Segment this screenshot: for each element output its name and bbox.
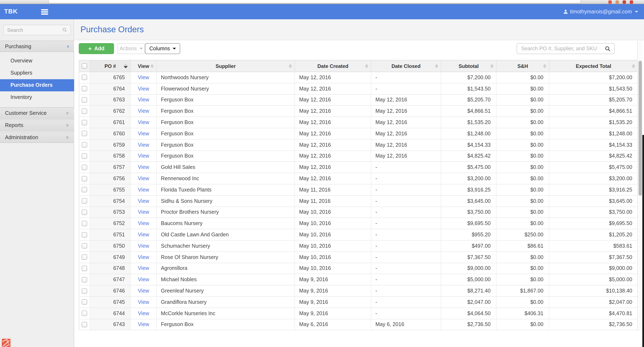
date-closed-cell: - [371,218,441,229]
view-cell: View [130,184,156,196]
debugbar-toggle-icon[interactable] [0,337,11,347]
expected-total-cell: $583.61 [549,240,638,252]
hamburger-menu-icon[interactable] [41,9,48,16]
view-link[interactable]: View [138,198,149,204]
subtotal-cell: $955.20 [441,229,496,240]
date-closed-cell: - [371,263,441,274]
sh-cell: $0.00 [496,83,549,94]
row-checkbox[interactable] [82,254,87,260]
sidebar-section-reports[interactable]: Reports» [0,120,74,131]
sidebar-item-purchase-orders[interactable]: Purchase Orders [0,79,74,91]
sidebar-section-label: Administration [5,134,38,140]
view-link[interactable]: View [138,221,149,226]
table-search-input[interactable]: Search PO #, Supplier, and SKU [516,43,615,54]
column-header-subtotal[interactable]: Subtotal [441,60,496,72]
date-created-cell: May 12, 2016 [295,128,371,139]
extension-icon[interactable] [623,0,626,4]
columns-dropdown-button[interactable]: Columns [145,43,180,54]
row-checkbox[interactable] [82,198,87,204]
row-checkbox[interactable] [82,120,87,125]
view-link[interactable]: View [138,120,149,125]
actions-dropdown-button[interactable]: Actions [117,43,145,54]
po-cell: 6749 [90,252,130,263]
view-link[interactable]: View [138,322,149,328]
view-link[interactable]: View [138,74,149,80]
extension-icon[interactable] [630,0,633,4]
row-checkbox[interactable] [82,210,87,215]
row-checkbox[interactable] [82,97,87,103]
row-checkbox[interactable] [82,322,87,327]
row-select-cell [79,206,90,218]
view-link[interactable]: View [138,254,149,260]
row-checkbox[interactable] [82,165,87,170]
extension-icon[interactable] [616,0,619,4]
browser-address-bar[interactable] [48,0,581,3]
add-button[interactable]: +Add [79,43,114,54]
row-checkbox[interactable] [82,86,87,91]
view-link[interactable]: View [138,232,149,238]
subtotal-cell: $4,154.33 [441,139,496,151]
sidebar-item-suppliers[interactable]: Suppliers [0,67,74,79]
column-header-label: S&H [518,63,528,69]
sidebar-section-customer-service[interactable]: Customer Service» [0,107,74,118]
sidebar-item-inventory[interactable]: Inventory [0,91,74,104]
row-checkbox[interactable] [82,108,87,114]
column-header-view[interactable]: View [130,60,156,72]
row-checkbox[interactable] [82,310,87,316]
row-checkbox[interactable] [82,266,87,271]
user-menu[interactable]: timothymarois@gmail.com [563,4,638,19]
chevron-down-icon [635,11,638,12]
row-select-cell [79,94,90,106]
view-link[interactable]: View [138,153,149,159]
column-header-date-closed[interactable]: Date Closed [371,60,441,72]
row-checkbox[interactable] [82,232,87,238]
row-checkbox[interactable] [82,75,87,80]
sidebar-section-administration[interactable]: Administration» [0,132,74,143]
row-checkbox[interactable] [82,142,87,148]
table-row: 6765ViewNorthwoods NurseryMay 12, 2016-$… [79,72,638,83]
subtotal-cell: $3,645.00 [441,196,496,207]
view-link[interactable]: View [138,108,149,114]
column-header-date-created[interactable]: Date Created [295,60,371,72]
row-checkbox[interactable] [82,221,87,226]
view-link[interactable]: View [138,243,149,249]
row-checkbox[interactable] [82,288,87,294]
supplier-cell: Schumacher Nursery [156,240,295,252]
expected-total-cell: $1,248.00 [549,128,638,139]
sidebar-section-purchasing[interactable]: Purchasing» [0,41,74,52]
column-header-expected-total[interactable]: Expected Total [549,60,638,72]
extension-icon[interactable] [608,0,612,4]
view-link[interactable]: View [138,310,149,316]
view-link[interactable]: View [138,288,149,294]
view-link[interactable]: View [138,209,149,215]
row-checkbox[interactable] [82,300,87,305]
column-header-po-[interactable]: PO # [90,60,130,72]
view-link[interactable]: View [138,176,149,182]
view-link[interactable]: View [138,299,149,305]
row-checkbox[interactable] [82,243,87,249]
view-link[interactable]: View [138,131,149,136]
brand-logo[interactable]: TBK [4,8,18,15]
column-header-s-h[interactable]: S&H [496,60,549,72]
scrollbar-thumb[interactable] [638,61,642,196]
column-header-supplier[interactable]: Supplier [156,60,295,72]
date-created-cell: May 10, 2016 [295,229,371,240]
sidebar-item-overview[interactable]: Overview [0,55,74,67]
row-checkbox[interactable] [82,277,87,282]
row-checkbox[interactable] [82,176,87,181]
row-checkbox[interactable] [82,131,87,136]
sh-cell: $0.00 [496,72,549,83]
row-checkbox[interactable] [82,154,87,159]
sh-cell: $0.00 [496,128,549,139]
view-link[interactable]: View [138,266,149,271]
browser-extension-icons[interactable] [608,0,633,4]
view-link[interactable]: View [138,142,149,148]
view-link[interactable]: View [138,86,149,92]
sidebar-search-input[interactable]: Search [3,25,71,35]
view-link[interactable]: View [138,164,149,170]
select-all-checkbox[interactable] [82,63,87,69]
row-checkbox[interactable] [82,187,87,192]
view-link[interactable]: View [138,97,149,103]
view-link[interactable]: View [138,187,149,193]
view-link[interactable]: View [138,276,149,282]
